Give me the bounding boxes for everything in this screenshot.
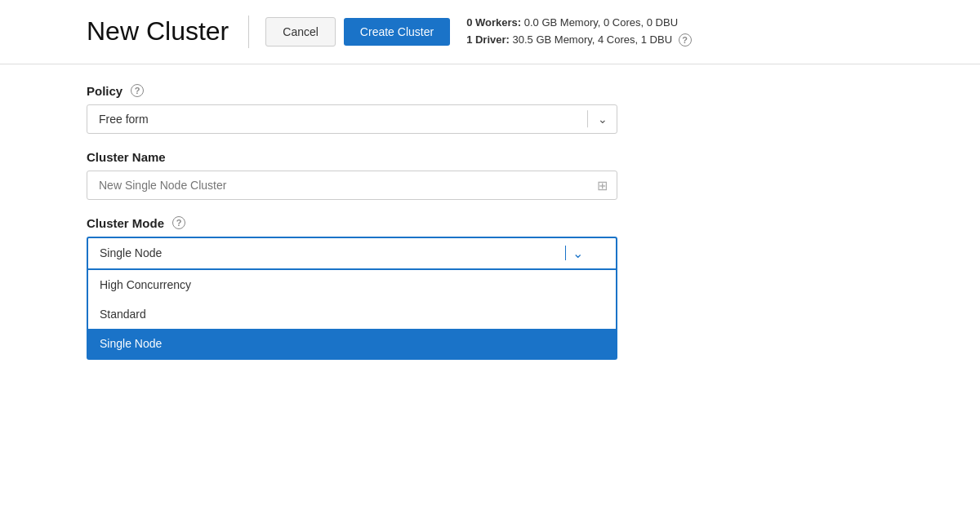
cluster-name-input-icon: ⊞ [597, 177, 608, 193]
cluster-mode-section: Cluster Mode ? Single Node ⌄ High Concur… [87, 216, 893, 270]
policy-select-wrapper: Free form ⌄ [87, 104, 617, 134]
page-title: New Cluster [87, 16, 229, 47]
main-content: Policy ? Free form ⌄ Cluster Name ⊞ Clus… [0, 64, 980, 306]
cluster-info: 0 Workers: 0.0 GB Memory, 0 Cores, 0 DBU… [466, 15, 692, 49]
cluster-mode-chevron-icon: ⌄ [572, 246, 583, 261]
header-buttons: Cancel Create Cluster [265, 17, 450, 47]
cluster-mode-option-standard[interactable]: Standard [88, 299, 616, 329]
driver-help-icon[interactable]: ? [679, 33, 692, 47]
cluster-mode-help-icon[interactable]: ? [172, 216, 185, 229]
cancel-button[interactable]: Cancel [265, 17, 336, 47]
driver-info: 1 Driver: 30.5 GB Memory, 4 Cores, 1 DBU… [466, 32, 692, 49]
cluster-name-input-wrapper: ⊞ [87, 171, 617, 200]
policy-help-icon[interactable]: ? [131, 84, 144, 97]
cluster-mode-option-single-node[interactable]: Single Node [88, 329, 616, 358]
policy-label: Policy ? [87, 84, 893, 98]
cluster-mode-dropdown: Single Node ⌄ High Concurrency Standard … [87, 237, 617, 270]
cluster-name-section: Cluster Name ⊞ [87, 150, 893, 200]
header-divider [248, 16, 249, 48]
workers-info: 0 Workers: 0.0 GB Memory, 0 Cores, 0 DBU [466, 15, 692, 32]
cluster-name-input[interactable] [87, 171, 617, 200]
dropdown-divider [565, 246, 566, 260]
header: New Cluster Cancel Create Cluster 0 Work… [0, 0, 980, 64]
create-cluster-button[interactable]: Create Cluster [344, 18, 450, 46]
cluster-mode-trigger[interactable]: Single Node ⌄ [87, 237, 617, 270]
cluster-mode-menu: High Concurrency Standard Single Node [87, 270, 617, 360]
policy-select-divider [587, 110, 588, 128]
policy-section: Policy ? Free form ⌄ [87, 84, 893, 134]
cluster-name-label: Cluster Name [87, 150, 893, 164]
cluster-mode-option-high-concurrency[interactable]: High Concurrency [88, 270, 616, 299]
cluster-mode-label: Cluster Mode ? [87, 216, 893, 230]
policy-select[interactable]: Free form [87, 104, 617, 134]
